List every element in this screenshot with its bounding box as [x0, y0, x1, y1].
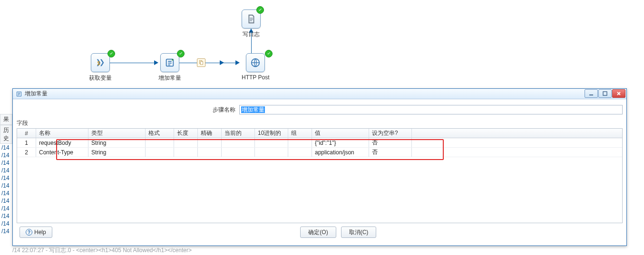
col-group[interactable]: 组	[288, 129, 312, 138]
list-icon	[165, 57, 175, 68]
node-label: 写日志	[243, 30, 260, 38]
cell[interactable]: String	[88, 148, 146, 157]
col-empty[interactable]: 设为空串?	[369, 129, 412, 138]
results-gutter: 果 历史 /14/14/14/14/14/14/14/14/14/14/14/1…	[0, 114, 12, 235]
cell[interactable]	[174, 148, 198, 157]
variable-icon: $	[95, 57, 106, 68]
cell[interactable]	[174, 138, 198, 147]
col-current[interactable]: 当前的	[222, 129, 255, 138]
cell[interactable]: 否	[369, 148, 412, 157]
node-get-variable[interactable]: $ 获取变量	[89, 53, 112, 82]
gutter-header: 果	[0, 114, 12, 125]
arrow-head-icon	[220, 60, 224, 65]
document-icon	[246, 14, 256, 24]
close-button[interactable]	[612, 89, 625, 98]
cell[interactable]	[222, 148, 255, 157]
dialog-title-icon	[16, 91, 22, 97]
step-name-value: 增加常量	[241, 106, 265, 113]
node-http-post[interactable]: HTTP Post	[242, 53, 269, 81]
gutter-row: /14	[0, 205, 12, 212]
dialog-title: 增加常量	[25, 90, 48, 98]
minimize-button[interactable]	[585, 89, 598, 98]
col-type[interactable]: 类型	[88, 129, 146, 138]
check-badge-icon	[177, 50, 185, 57]
close-icon	[616, 91, 621, 96]
col-decimal[interactable]: 10进制的	[255, 129, 288, 138]
arrow-icon	[110, 63, 155, 63]
cell[interactable]	[146, 148, 174, 157]
arrow-head-icon	[154, 60, 158, 65]
gutter-row: /14	[0, 174, 12, 182]
gutter-row: /14	[0, 159, 12, 167]
globe-icon	[250, 57, 261, 68]
node-write-log[interactable]: 写日志	[242, 9, 261, 38]
gutter-row: /14	[0, 167, 12, 174]
workflow-canvas: $ 获取变量 增加常量 HTTP Post 写日志	[0, 0, 644, 90]
step-name-label: 步骤名称	[17, 106, 239, 114]
cell[interactable]: Content-Type	[36, 148, 88, 157]
col-length[interactable]: 长度	[174, 129, 198, 138]
arrow-head-icon	[235, 60, 240, 65]
cell[interactable]	[146, 138, 174, 147]
log-line: /14 22:07:27 - 写日志.0 - <center><h1>405 N…	[12, 246, 192, 255]
copy-icon	[197, 58, 205, 67]
gutter-row: /14	[0, 144, 12, 151]
cell[interactable]	[255, 148, 288, 157]
arrow-icon	[179, 63, 236, 63]
col-precision[interactable]: 精确	[198, 129, 222, 138]
dialog-titlebar[interactable]: 增加常量	[13, 89, 626, 99]
fields-section-label: 字段	[17, 119, 623, 127]
cell[interactable]	[198, 138, 222, 147]
gutter-row: /14	[0, 197, 12, 205]
maximize-button[interactable]	[598, 89, 612, 98]
check-badge-icon	[107, 50, 115, 57]
gutter-row: /14	[0, 182, 12, 189]
col-format[interactable]: 格式	[146, 129, 174, 138]
gutter-row: /14	[0, 220, 12, 227]
node-label: 获取变量	[89, 74, 112, 82]
cell[interactable]: 1	[17, 138, 36, 147]
cell[interactable]: application/json	[312, 148, 369, 157]
col-value[interactable]: 值	[312, 129, 369, 138]
cancel-button[interactable]: 取消(C)	[341, 227, 377, 238]
step-name-input[interactable]: 增加常量	[239, 105, 623, 114]
check-badge-icon	[256, 6, 264, 14]
maximize-icon	[603, 91, 607, 96]
cell[interactable]	[288, 148, 312, 157]
help-icon: ?	[26, 229, 32, 236]
cell[interactable]	[288, 138, 312, 147]
fields-grid[interactable]: # 名称 类型 格式 长度 精确 当前的 10进制的 组 值 设为空串? 1re…	[17, 128, 623, 223]
minimize-icon	[589, 91, 594, 96]
gutter-row: /14	[0, 212, 12, 220]
gutter-row: /14	[0, 189, 12, 197]
cell[interactable]	[255, 138, 288, 147]
cell[interactable]: String	[88, 138, 146, 147]
help-button[interactable]: ? Help	[20, 227, 52, 238]
grid-header: # 名称 类型 格式 长度 精确 当前的 10进制的 组 值 设为空串?	[17, 129, 622, 138]
svg-rect-3	[201, 62, 203, 65]
node-label: HTTP Post	[242, 74, 269, 81]
table-row[interactable]: 1requestBodyString{"id":"1"}否	[17, 138, 622, 148]
svg-rect-7	[603, 92, 607, 95]
gutter-row: /14	[0, 227, 12, 235]
cell[interactable]: 否	[369, 138, 412, 147]
col-index[interactable]: #	[17, 129, 36, 138]
ok-button[interactable]: 确定(O)	[300, 227, 336, 238]
cell[interactable]: requestBody	[36, 138, 88, 147]
cell[interactable]	[222, 138, 255, 147]
cell[interactable]: {"id":"1"}	[312, 138, 369, 147]
table-row[interactable]: 2Content-TypeStringapplication/json否	[17, 148, 622, 157]
svg-rect-6	[589, 94, 593, 95]
help-label: Help	[34, 229, 46, 236]
node-label: 增加常量	[158, 74, 181, 82]
check-badge-icon	[265, 50, 273, 57]
node-add-constant[interactable]: 增加常量	[158, 53, 181, 82]
svg-text:$: $	[98, 60, 100, 66]
gutter-row: /14	[0, 151, 12, 159]
col-name[interactable]: 名称	[36, 129, 88, 138]
add-constant-dialog: 增加常量 步骤名称 增加常量 字段 # 名称 类型 格式 长度 精确 当前的 1…	[12, 88, 627, 246]
cell[interactable]	[198, 148, 222, 157]
gutter-subheader: 历史	[0, 125, 12, 144]
cell[interactable]: 2	[17, 148, 36, 157]
